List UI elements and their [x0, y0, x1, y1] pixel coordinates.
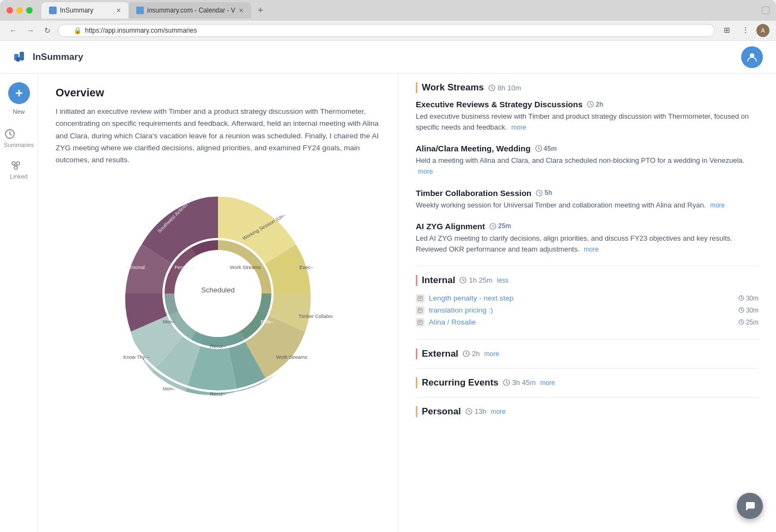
svg-point-7 — [12, 162, 15, 165]
recurring-title: Recurring Events — [422, 377, 499, 388]
svg-text:Timber Collabora–: Timber Collabora– — [299, 314, 332, 319]
personal-toggle[interactable]: more — [491, 408, 506, 415]
tab-favicon-2 — [136, 7, 144, 14]
svg-line-10 — [14, 165, 16, 166]
window-controls — [762, 7, 769, 14]
internal-item-length-penalty: Length penalty - next step 30m — [416, 292, 759, 304]
new-button-group: New — [8, 82, 30, 115]
clock-icon-item-3 — [738, 319, 744, 325]
external-time: 2h — [463, 350, 480, 358]
internal-item-alina-rosalie: Alina / Rosalie 25m — [416, 316, 759, 328]
work-item-timber-desc: Weekly working session for Universal Tim… — [416, 200, 759, 211]
app-user-avatar[interactable] — [741, 46, 763, 68]
internal-item-icon-1 — [416, 294, 425, 303]
external-title: External — [422, 348, 458, 359]
minimize-window-button[interactable] — [16, 7, 23, 14]
secure-icon: 🔒 — [74, 27, 82, 34]
address-bar[interactable]: 🔒 https://app.insummary.com/summaries — [58, 24, 715, 37]
internal-section: Internal 1h 25m less — [416, 275, 759, 328]
summaries-icon — [4, 128, 16, 140]
svg-text:Exte–: Exte– — [252, 386, 265, 392]
tab-calendar[interactable]: insummary.com - Calendar - V ✕ — [129, 2, 251, 19]
maximize-window-button[interactable] — [26, 7, 33, 14]
browser-user-avatar[interactable]: A — [756, 24, 769, 37]
left-panel: Overview I initiated an executive review… — [38, 74, 398, 532]
right-panel: Work Streams 8h 10m Executive Reviews & … — [398, 74, 776, 532]
svg-text:gym: gym — [116, 308, 125, 314]
internal-toggle[interactable]: less — [497, 277, 508, 284]
work-item-aizyg-title: AI ZYG Alignment — [416, 222, 485, 231]
personal-header: Personal 13h more — [416, 406, 759, 417]
work-item-aizyg-desc: Led AI ZYG meeting to clarify decisions,… — [416, 233, 759, 255]
svg-text:Recur–: Recur– — [210, 392, 226, 397]
internal-item-title-2[interactable]: translation pricing :) — [429, 306, 493, 314]
refresh-button[interactable]: ↻ — [41, 25, 53, 36]
divider-4 — [416, 397, 759, 398]
address-bar-row: ← → ↻ 🔒 https://app.insummary.com/summar… — [0, 21, 776, 41]
divider-2 — [416, 339, 759, 340]
tab-favicon — [49, 7, 57, 14]
internal-item-title-3[interactable]: Alina / Rosalie — [429, 318, 476, 326]
svg-line-11 — [16, 165, 18, 166]
svg-text:Exte–: Exte– — [260, 319, 273, 325]
work-item-alina-desc: Held a meeting with Alina and Clara, and… — [416, 155, 759, 177]
svg-rect-1 — [20, 52, 24, 60]
tab-close-button-2[interactable]: ✕ — [239, 7, 244, 14]
content-area: Overview I initiated an executive review… — [38, 74, 776, 532]
work-item-executive-more[interactable]: more — [511, 124, 526, 131]
internal-time: 1h 25m — [459, 276, 492, 284]
divider-1 — [416, 266, 759, 266]
chat-button[interactable] — [737, 493, 763, 519]
bookmarks-icon[interactable]: ⊞ — [719, 24, 735, 36]
work-item-aizyg: AI ZYG Alignment 25m Led AI ZYG meeting … — [416, 222, 759, 255]
clock-icon-internal — [459, 277, 466, 284]
external-header: External 2h more — [416, 348, 759, 359]
sidebar-item-summaries[interactable]: Summaries — [4, 128, 34, 149]
work-item-alina: Alina/Clara Meeting, Wedding 45m Held a … — [416, 144, 759, 177]
tab-label-2: insummary.com - Calendar - V — [147, 7, 235, 14]
window-restore-icon[interactable] — [762, 7, 769, 14]
svg-text:Exec–: Exec– — [299, 265, 313, 270]
svg-point-9 — [14, 166, 17, 169]
forward-button[interactable]: → — [24, 25, 37, 36]
external-toggle[interactable]: more — [484, 350, 499, 358]
internal-item-icon-3 — [416, 318, 425, 327]
internal-header: Internal 1h 25m less — [416, 275, 759, 286]
new-button[interactable] — [8, 82, 30, 104]
clock-icon-personal — [465, 408, 472, 415]
clock-icon-workstreams — [488, 84, 495, 91]
summaries-label: Summaries — [4, 142, 34, 148]
app-header: InSummary — [0, 41, 776, 74]
svg-text:Mon–: Mon– — [163, 386, 175, 392]
browser-window: InSummary ✕ insummary.com - Calendar - V… — [0, 0, 776, 532]
internal-item-title-1[interactable]: Length penalty - next step — [429, 294, 513, 302]
tab-insummary[interactable]: InSummary ✕ — [41, 2, 129, 19]
svg-text:Personal: Personal — [125, 265, 145, 270]
clock-icon-external — [463, 350, 470, 357]
overview-title: Overview — [56, 87, 380, 99]
internal-title: Internal — [422, 275, 455, 286]
work-item-aizyg-more[interactable]: more — [584, 246, 598, 253]
linked-icon — [10, 160, 22, 172]
back-button[interactable]: ← — [7, 25, 20, 36]
internal-item-translation: translation pricing :) 30m — [416, 304, 759, 316]
extensions-icon[interactable]: ⋮ — [738, 24, 753, 36]
svg-text:Work Streams: Work Streams — [276, 354, 307, 360]
tab-label: InSummary — [60, 7, 93, 14]
sidebar-item-linked[interactable]: Linked — [10, 160, 27, 180]
svg-text:Recur–: Recur– — [210, 344, 226, 349]
tab-close-button[interactable]: ✕ — [116, 7, 121, 14]
clock-icon-recurring — [503, 379, 510, 386]
browser-tabs: InSummary ✕ insummary.com - Calendar - V… — [41, 2, 757, 19]
donut-chart: Scheduled — [104, 179, 332, 408]
clock-icon-alina — [535, 145, 542, 152]
work-item-timber-more[interactable]: more — [710, 201, 725, 209]
svg-point-8 — [16, 162, 20, 165]
recurring-time: 3h 45m — [503, 378, 536, 387]
new-button-label: New — [13, 108, 25, 115]
close-window-button[interactable] — [7, 7, 13, 14]
work-item-alina-more[interactable]: more — [418, 168, 433, 175]
recurring-toggle[interactable]: more — [540, 379, 555, 387]
work-item-executive: Executive Reviews & Strategy Discussions… — [416, 100, 759, 133]
new-tab-button[interactable]: + — [253, 3, 268, 19]
